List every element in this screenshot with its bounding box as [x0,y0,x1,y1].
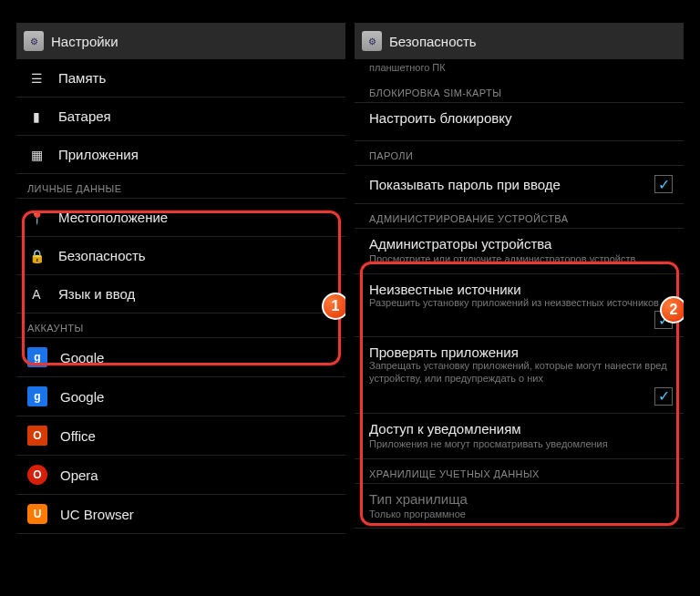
lock-icon: 🔒 [27,247,46,265]
item-language[interactable]: A Язык и ввод [16,275,345,313]
item-title: Неизвестные источники [369,282,659,297]
item-title: Показывать пароль при вводе [369,177,561,192]
section-personal: ЛИЧНЫЕ ДАННЫЕ [16,174,345,199]
badge-1: 1 [322,293,345,320]
item-notif-access[interactable]: Доступ к уведомлениям Приложения не могу… [355,414,684,459]
item-unknown-sources[interactable]: Неизвестные источники Разрешить установк… [355,274,684,338]
section-sim: БЛОКИРОВКА SIM-КАРТЫ [355,78,684,103]
office-icon: O [27,426,47,446]
battery-icon: ▮ [27,108,46,126]
item-title: Тип хранилища [369,491,468,507]
item-battery[interactable]: ▮ Батарея [16,98,345,136]
item-sub: Приложения не могут просматривать уведом… [369,438,608,451]
checkbox-icon[interactable]: ✓ [654,175,673,193]
opera-icon: O [27,465,47,485]
sub-tablet-pc: планшетного ПК [355,59,684,78]
item-label: Google [60,350,104,365]
item-title: Доступ к уведомлениям [369,421,521,437]
item-location[interactable]: 📍 Местоположение [16,199,345,237]
header-title: Настройки [51,34,118,49]
section-storage: ХРАНИЛИЩЕ УЧЕТНЫХ ДАННЫХ [355,459,684,484]
account-opera[interactable]: O Opera [16,456,345,495]
item-label: Безопасность [58,248,146,263]
item-show-password[interactable]: Показывать пароль при вводе ✓ [355,166,684,204]
location-icon: 📍 [27,209,46,227]
account-uc[interactable]: U UC Browser [16,495,345,534]
section-accounts: АККАУНТЫ [16,313,345,338]
item-sub: Запрещать установку приложений, которые … [369,360,673,385]
item-memory[interactable]: ☰ Память [16,59,345,98]
security-screen: ⚙ Безопасность планшетного ПК БЛОКИРОВКА… [355,23,684,573]
item-label: Батарея [58,108,111,124]
item-label: Приложения [58,147,139,162]
account-google-1[interactable]: g Google [16,338,345,377]
header: ⚙ Настройки [16,23,345,59]
item-sim-lock[interactable]: Настроить блокировку [355,103,684,141]
item-label: Местоположение [58,210,168,225]
section-admin: АДМИНИСТРИРОВАНИЕ УСТРОЙСТВА [355,204,684,229]
item-title: Настроить блокировку [369,110,511,126]
item-security[interactable]: 🔒 Безопасность [16,237,345,275]
item-label: Office [60,428,96,444]
item-sub: Просмотрите или отключите администраторо… [369,253,635,266]
google-icon: g [27,347,47,367]
item-sub: Только программное [369,509,466,521]
item-sub: Разрешить установку приложений из неизве… [369,297,659,310]
item-label: Opera [60,468,98,483]
account-office[interactable]: O Office [16,416,345,456]
item-title: Администраторы устройства [369,236,551,252]
item-label: Google [60,389,104,405]
item-apps[interactable]: ▦ Приложения [16,136,345,174]
header-title: Безопасность [389,34,477,49]
item-title: Проверять приложения [369,344,673,360]
item-storage-type: Тип хранилища Только программное [355,484,684,529]
account-google-2[interactable]: g Google [16,377,345,416]
header: ⚙ Безопасность [355,23,684,59]
settings-icon: ⚙ [24,31,44,51]
settings-content: ☰ Память ▮ Батарея ▦ Приложения ЛИЧНЫЕ Д… [16,59,345,573]
checkbox-icon[interactable]: ✓ [654,387,673,406]
google-icon: g [27,386,47,406]
item-label: Память [58,70,106,86]
item-label: UC Browser [60,507,134,522]
item-verify-apps[interactable]: Проверять приложения Запрещать установку… [355,337,684,414]
badge-2: 2 [660,296,684,324]
settings-icon: ⚙ [362,31,382,51]
uc-icon: U [27,504,47,524]
memory-icon: ☰ [27,69,46,87]
language-icon: A [27,285,46,303]
section-passwords: ПАРОЛИ [355,141,684,166]
item-label: Язык и ввод [58,286,135,302]
security-content: планшетного ПК БЛОКИРОВКА SIM-КАРТЫ Наст… [355,59,684,573]
settings-screen: ⚙ Настройки ☰ Память ▮ Батарея ▦ Приложе… [16,23,345,573]
apps-icon: ▦ [27,146,46,164]
item-device-admins[interactable]: Администраторы устройства Просмотрите ил… [355,229,684,274]
